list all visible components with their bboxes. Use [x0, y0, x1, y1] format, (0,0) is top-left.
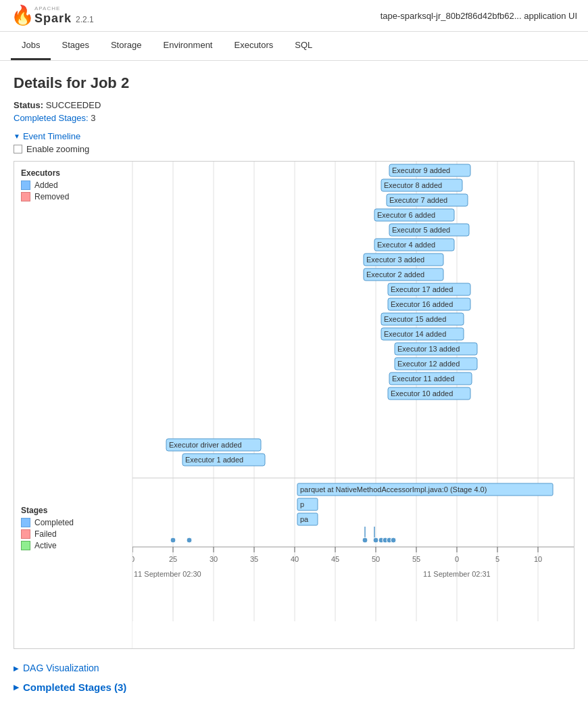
- dag-toggle-arrow-icon: ▶: [14, 665, 19, 672]
- enable-zoom-checkbox[interactable]: [14, 145, 22, 153]
- dag-visualization-toggle[interactable]: ▶ DAG Visualization: [14, 663, 574, 673]
- completed-stages-label: Completed Stages:: [14, 113, 89, 123]
- header: 🔥 Apache Spark 2.2.1 tape-sparksql-jr_80…: [0, 0, 588, 32]
- status-value: SUCCEEDED: [46, 100, 101, 110]
- status-line: Status: SUCCEEDED: [14, 100, 574, 110]
- completed-stages-toggle[interactable]: ▶ Completed Stages (3): [14, 681, 574, 693]
- completed-legend-label: Completed: [34, 518, 74, 527]
- svg-text:Executor 1 added: Executor 1 added: [185, 456, 243, 464]
- added-legend-label: Added: [34, 181, 58, 190]
- dag-visualization-label: DAG Visualization: [23, 663, 99, 673]
- svg-text:Executor 17 added: Executor 17 added: [391, 285, 453, 293]
- svg-text:35: 35: [250, 555, 258, 563]
- completed-stages-header: Completed Stages (3): [23, 681, 126, 693]
- active-legend: Active: [21, 541, 125, 550]
- spark-version: 2.2.1: [76, 15, 94, 26]
- svg-point-85: [373, 537, 378, 543]
- svg-text:p: p: [300, 500, 304, 508]
- svg-text:Executor 6 added: Executor 6 added: [377, 211, 435, 219]
- svg-text:Executor 5 added: Executor 5 added: [392, 226, 450, 234]
- svg-text:11 September 02:31: 11 September 02:31: [423, 570, 491, 578]
- svg-point-84: [362, 537, 368, 543]
- active-legend-box: [21, 541, 30, 550]
- added-legend-box: [21, 181, 30, 190]
- svg-text:25: 25: [169, 555, 177, 563]
- app-id-suffix: application UI: [522, 11, 577, 21]
- dag-section: ▶ DAG Visualization: [14, 663, 574, 673]
- completed-legend: Completed: [21, 518, 125, 527]
- svg-text:Executor 2 added: Executor 2 added: [366, 270, 424, 279]
- svg-text:pa: pa: [300, 515, 309, 523]
- completed-stages-count: 3: [91, 113, 95, 123]
- page-title: Details for Job 2: [14, 74, 574, 92]
- spark-word: Spark: [34, 11, 72, 26]
- spark-logo: 🔥 Apache Spark 2.2.1: [11, 5, 94, 26]
- svg-point-82: [170, 537, 176, 543]
- completed-stages-line: Completed Stages: 3: [14, 113, 574, 123]
- svg-text:Executor 9 added: Executor 9 added: [392, 166, 450, 174]
- main-nav: Jobs Stages Storage Environment Executor…: [0, 32, 588, 61]
- svg-text:Executor 15 added: Executor 15 added: [384, 315, 446, 323]
- svg-text:50: 50: [372, 555, 380, 563]
- svg-text:Executor 8 added: Executor 8 added: [384, 181, 442, 189]
- app-id-area: tape-sparksql-jr_80b2f86d42bfb62... appl…: [381, 11, 577, 21]
- toggle-arrow-icon: ▼: [14, 133, 20, 140]
- app-id: tape-sparksql-jr_80b2f86d42bfb62...: [381, 11, 522, 21]
- active-legend-label: Active: [34, 541, 57, 550]
- svg-text:parquet at NativeMethodAccesso: parquet at NativeMethodAccessorImpl.java…: [300, 485, 487, 494]
- svg-point-89: [391, 537, 396, 543]
- svg-text:Executor 4 added: Executor 4 added: [377, 241, 435, 249]
- stages-legend-title: Stages: [21, 506, 125, 515]
- enable-zoom-row: Enable zooming: [14, 144, 574, 154]
- svg-text:0: 0: [132, 555, 134, 563]
- nav-stages[interactable]: Stages: [51, 32, 99, 60]
- executors-legend-title: Executors: [21, 168, 125, 178]
- svg-text:5: 5: [495, 555, 499, 563]
- spark-text-group: Apache Spark: [34, 5, 72, 26]
- svg-text:10: 10: [534, 555, 542, 563]
- svg-text:40: 40: [291, 555, 299, 563]
- failed-legend-label: Failed: [34, 529, 57, 539]
- nav-storage[interactable]: Storage: [100, 32, 153, 60]
- svg-text:30: 30: [210, 555, 218, 563]
- failed-legend: Failed: [21, 529, 125, 539]
- svg-text:Executor 3 added: Executor 3 added: [366, 256, 424, 264]
- event-timeline-label: Event Timeline: [23, 131, 80, 141]
- added-legend: Added: [21, 181, 125, 190]
- status-label: Status:: [14, 100, 43, 110]
- svg-text:Executor 12 added: Executor 12 added: [397, 360, 460, 368]
- svg-text:55: 55: [412, 555, 420, 563]
- svg-point-83: [187, 537, 192, 543]
- completed-legend-box: [21, 518, 30, 527]
- nav-jobs[interactable]: Jobs: [11, 32, 51, 60]
- removed-legend-box: [21, 192, 30, 201]
- completed-stages-link[interactable]: Completed Stages:: [14, 113, 91, 123]
- svg-text:0: 0: [455, 555, 459, 563]
- svg-text:Executor driver added: Executor driver added: [169, 441, 242, 449]
- svg-text:Executor 11 added: Executor 11 added: [392, 375, 454, 383]
- content-area: Details for Job 2 Status: SUCCEEDED Comp…: [0, 61, 588, 706]
- completed-stages-arrow-icon: ▶: [14, 683, 19, 691]
- svg-text:Executor 13 added: Executor 13 added: [397, 345, 460, 353]
- svg-text:Executor 7 added: Executor 7 added: [389, 196, 447, 204]
- removed-legend-label: Removed: [34, 192, 69, 201]
- legend-panel: Executors Added Removed Stages Completed…: [14, 162, 132, 648]
- svg-text:Executor 14 added: Executor 14 added: [384, 330, 446, 338]
- spark-flame-icon: 🔥: [11, 6, 34, 25]
- nav-sql[interactable]: SQL: [284, 32, 323, 60]
- timeline-chart: Executors Added Removed Stages Completed…: [14, 161, 574, 649]
- svg-text:Executor 10 added: Executor 10 added: [391, 389, 453, 398]
- removed-legend: Removed: [21, 192, 125, 201]
- completed-stages-section: ▶ Completed Stages (3): [14, 681, 574, 693]
- nav-environment[interactable]: Environment: [153, 32, 224, 60]
- chart-panel: Executor 9 added Executor 8 added Execut…: [132, 162, 574, 648]
- svg-text:11 September 02:30: 11 September 02:30: [134, 570, 201, 578]
- timeline-svg: Executor 9 added Executor 8 added Execut…: [132, 162, 574, 648]
- enable-zoom-label: Enable zooming: [26, 144, 89, 154]
- event-timeline-toggle[interactable]: ▼ Event Timeline: [14, 131, 574, 141]
- svg-text:Executor 16 added: Executor 16 added: [391, 300, 453, 308]
- apache-text: Apache: [34, 5, 72, 11]
- failed-legend-box: [21, 529, 30, 539]
- nav-executors[interactable]: Executors: [223, 32, 284, 60]
- svg-text:45: 45: [331, 555, 339, 563]
